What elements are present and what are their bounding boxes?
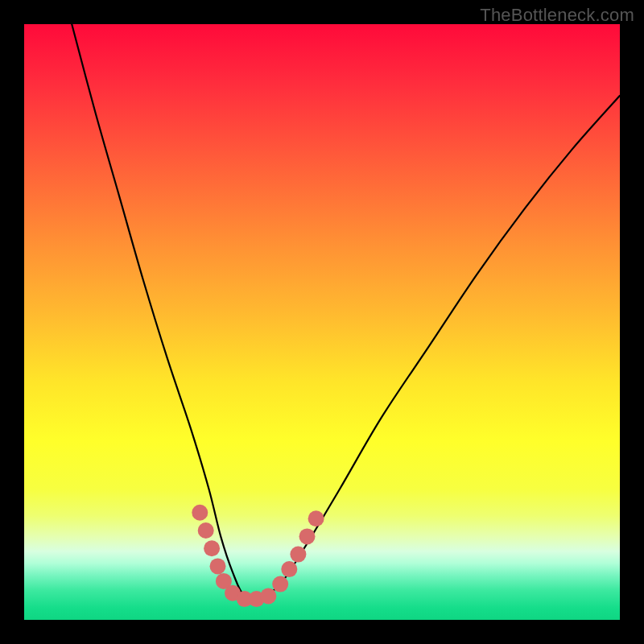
curve-marker-dot [281, 561, 297, 577]
watermark-label: TheBottleneck.com [480, 5, 634, 26]
curve-marker-dot [299, 528, 316, 544]
chart-svg [24, 24, 620, 620]
curve-marker-dot [290, 547, 306, 563]
curve-marker-dot [192, 505, 208, 521]
chart-area [24, 24, 620, 620]
curve-marker-dot [198, 522, 214, 539]
curve-marker-dot [308, 510, 324, 526]
curve-marker-dot [210, 558, 226, 574]
curve-marker-dot [260, 588, 276, 604]
curve-marker-dot [204, 540, 220, 556]
gradient-background [24, 24, 620, 620]
curve-marker-dot [272, 576, 288, 592]
